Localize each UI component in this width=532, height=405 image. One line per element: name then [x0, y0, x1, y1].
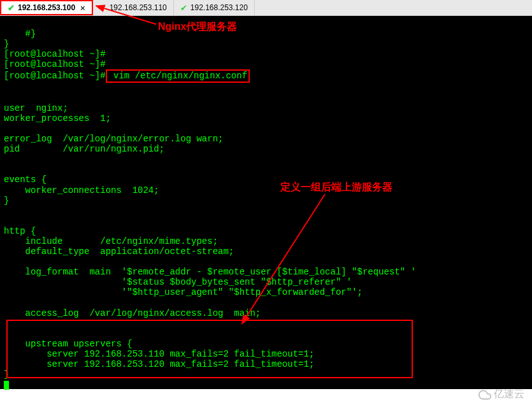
cfg-line: error_log /var/log/nginx/error.log warn; — [4, 134, 223, 144]
tab-label: 192.168.253.120 — [191, 3, 248, 12]
cfg-line: include /etc/nginx/mime.types; — [4, 236, 218, 246]
cfg-line: } — [4, 195, 9, 206]
prompt: [root@localhost ~]# — [4, 71, 106, 81]
check-icon: ✔ — [99, 3, 106, 13]
prompt: [root@localhost ~]# — [4, 49, 106, 59]
check-icon: ✔ — [180, 3, 187, 13]
line: #} — [4, 29, 36, 39]
cfg-line: worker_connections 1024; — [4, 185, 159, 195]
prompt: [root@localhost ~]# — [4, 59, 106, 69]
tab-1[interactable]: ✔ 192.168.253.100 × — [0, 0, 93, 15]
highlighted-command: vim /etc/nginx/nginx.conf — [106, 69, 250, 82]
watermark-text: 亿速云 — [494, 388, 524, 401]
cfg-line: default_type application/octet-stream; — [4, 246, 234, 257]
tab-2[interactable]: ✔ 192.168.253.110 — [93, 0, 174, 15]
highlight-box-upstream — [6, 320, 413, 378]
cfg-line: access_log /var/log/nginx/access.log mai… — [4, 308, 261, 318]
cfg-line: worker_processes 1; — [4, 113, 111, 124]
tab-3[interactable]: ✔ 192.168.253.120 — [174, 0, 255, 15]
cfg-line: '$status $body_bytes_sent "$http_referer… — [4, 277, 352, 287]
cfg-line: http { — [4, 226, 36, 236]
annotation-proxy: Nginx代理服务器 — [158, 20, 237, 34]
annotation-upstream: 定义一组后端上游服务器 — [280, 181, 392, 194]
check-icon: ✔ — [8, 3, 15, 13]
tab-bar: ✔ 192.168.253.100 × ✔ 192.168.253.110 ✔ … — [0, 0, 532, 16]
cfg-line: log_format main '$remote_addr - $remote_… — [4, 267, 416, 277]
cfg-line: user nginx; — [4, 103, 68, 113]
cfg-line: '"$http_user_agent" "$http_x_forwarded_f… — [4, 287, 363, 297]
tab-label: 192.168.253.110 — [110, 3, 167, 12]
close-icon[interactable]: × — [80, 3, 85, 13]
cloud-icon — [478, 388, 491, 401]
cfg-line: pid /var/run/nginx.pid; — [4, 144, 164, 154]
tab-label: 192.168.253.100 — [18, 3, 75, 12]
cfg-line: events { — [4, 174, 47, 185]
watermark: 亿速云 — [478, 388, 524, 401]
cursor — [4, 381, 9, 390]
